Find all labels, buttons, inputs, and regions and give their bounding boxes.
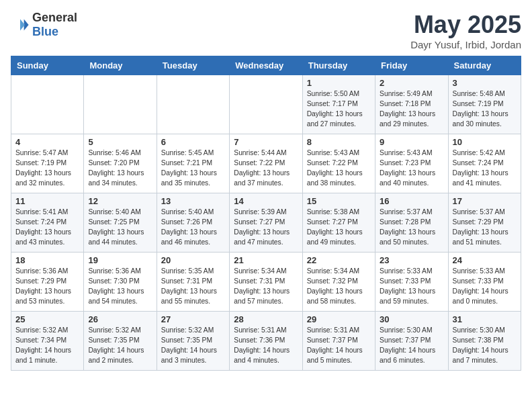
day-number: 3 [453,78,517,88]
day-number: 10 [453,137,517,147]
day-number: 26 [88,314,152,324]
calendar-cell: 15Sunrise: 5:38 AM Sunset: 7:27 PM Dayli… [302,193,375,253]
calendar-cell: 31Sunrise: 5:30 AM Sunset: 7:38 PM Dayli… [448,312,521,371]
day-number: 21 [234,255,298,265]
calendar-cell: 16Sunrise: 5:37 AM Sunset: 7:28 PM Dayli… [375,193,448,253]
calendar-cell: 22Sunrise: 5:34 AM Sunset: 7:32 PM Dayli… [302,253,375,312]
title-block: May 2025 Dayr Yusuf, Irbid, Jordan [410,11,521,50]
calendar-cell [230,75,302,134]
day-number: 28 [234,314,298,324]
day-number: 15 [307,196,371,206]
calendar-cell [11,75,84,134]
day-info: Sunrise: 5:36 AM Sunset: 7:29 PM Dayligh… [15,267,79,307]
day-number: 18 [15,255,79,265]
day-info: Sunrise: 5:32 AM Sunset: 7:34 PM Dayligh… [15,326,79,366]
week-row-3: 11Sunrise: 5:41 AM Sunset: 7:24 PM Dayli… [11,193,521,253]
day-number: 1 [307,78,371,88]
day-info: Sunrise: 5:30 AM Sunset: 7:38 PM Dayligh… [453,326,517,366]
day-info: Sunrise: 5:39 AM Sunset: 7:27 PM Dayligh… [234,208,298,248]
page-header: General Blue May 2025 Dayr Yusuf, Irbid,… [11,11,521,50]
day-info: Sunrise: 5:36 AM Sunset: 7:30 PM Dayligh… [88,267,152,307]
weekday-header-tuesday: Tuesday [157,56,229,75]
day-number: 29 [307,314,371,324]
week-row-4: 18Sunrise: 5:36 AM Sunset: 7:29 PM Dayli… [11,253,521,312]
day-info: Sunrise: 5:33 AM Sunset: 7:33 PM Dayligh… [453,267,517,307]
day-number: 17 [453,196,517,206]
day-info: Sunrise: 5:34 AM Sunset: 7:31 PM Dayligh… [234,267,298,307]
calendar-cell: 10Sunrise: 5:42 AM Sunset: 7:24 PM Dayli… [448,134,521,193]
day-info: Sunrise: 5:50 AM Sunset: 7:17 PM Dayligh… [307,89,371,130]
logo: General Blue [11,11,77,39]
day-info: Sunrise: 5:38 AM Sunset: 7:27 PM Dayligh… [307,208,371,248]
week-row-1: 1Sunrise: 5:50 AM Sunset: 7:17 PM Daylig… [11,75,521,134]
day-info: Sunrise: 5:41 AM Sunset: 7:24 PM Dayligh… [15,208,79,248]
day-info: Sunrise: 5:44 AM Sunset: 7:22 PM Dayligh… [234,148,298,189]
calendar-cell: 26Sunrise: 5:32 AM Sunset: 7:35 PM Dayli… [84,312,157,371]
day-number: 25 [15,314,79,324]
day-info: Sunrise: 5:48 AM Sunset: 7:19 PM Dayligh… [453,89,517,130]
day-number: 9 [380,137,443,147]
day-info: Sunrise: 5:46 AM Sunset: 7:20 PM Dayligh… [88,148,152,189]
calendar-cell: 14Sunrise: 5:39 AM Sunset: 7:27 PM Dayli… [230,193,302,253]
calendar-cell: 1Sunrise: 5:50 AM Sunset: 7:17 PM Daylig… [302,75,375,134]
calendar-cell: 7Sunrise: 5:44 AM Sunset: 7:22 PM Daylig… [230,134,302,193]
calendar-cell: 23Sunrise: 5:33 AM Sunset: 7:33 PM Dayli… [375,253,448,312]
calendar-cell: 4Sunrise: 5:47 AM Sunset: 7:19 PM Daylig… [11,134,84,193]
day-number: 8 [307,137,371,147]
day-info: Sunrise: 5:37 AM Sunset: 7:28 PM Dayligh… [380,208,443,248]
location-text: Dayr Yusuf, Irbid, Jordan [410,39,521,50]
calendar-cell: 19Sunrise: 5:36 AM Sunset: 7:30 PM Dayli… [84,253,157,312]
day-info: Sunrise: 5:49 AM Sunset: 7:18 PM Dayligh… [380,89,443,130]
day-info: Sunrise: 5:37 AM Sunset: 7:29 PM Dayligh… [453,208,517,248]
weekday-header-wednesday: Wednesday [230,56,302,75]
day-number: 12 [88,196,152,206]
week-row-2: 4Sunrise: 5:47 AM Sunset: 7:19 PM Daylig… [11,134,521,193]
calendar-cell: 6Sunrise: 5:45 AM Sunset: 7:21 PM Daylig… [157,134,229,193]
logo-icon [11,15,30,34]
day-info: Sunrise: 5:42 AM Sunset: 7:24 PM Dayligh… [453,148,517,189]
day-number: 24 [453,255,517,265]
calendar-cell: 21Sunrise: 5:34 AM Sunset: 7:31 PM Dayli… [230,253,302,312]
calendar-cell: 9Sunrise: 5:43 AM Sunset: 7:23 PM Daylig… [375,134,448,193]
calendar-cell: 8Sunrise: 5:43 AM Sunset: 7:22 PM Daylig… [302,134,375,193]
day-info: Sunrise: 5:34 AM Sunset: 7:32 PM Dayligh… [307,267,371,307]
day-number: 30 [380,314,443,324]
logo-blue-text: Blue [32,25,58,38]
calendar-cell: 30Sunrise: 5:30 AM Sunset: 7:37 PM Dayli… [375,312,448,371]
day-number: 14 [234,196,298,206]
calendar-cell: 24Sunrise: 5:33 AM Sunset: 7:33 PM Dayli… [448,253,521,312]
calendar-cell: 25Sunrise: 5:32 AM Sunset: 7:34 PM Dayli… [11,312,84,371]
weekday-header-saturday: Saturday [448,56,521,75]
month-title: May 2025 [410,11,521,39]
calendar-cell [84,75,157,134]
weekday-header-thursday: Thursday [302,56,375,75]
day-number: 23 [380,255,443,265]
day-number: 4 [15,137,79,147]
day-number: 7 [234,137,298,147]
day-info: Sunrise: 5:31 AM Sunset: 7:37 PM Dayligh… [307,326,371,366]
day-info: Sunrise: 5:43 AM Sunset: 7:22 PM Dayligh… [307,148,371,189]
weekday-header-sunday: Sunday [11,56,84,75]
day-info: Sunrise: 5:35 AM Sunset: 7:31 PM Dayligh… [161,267,225,307]
day-number: 11 [15,196,79,206]
day-number: 13 [161,196,225,206]
calendar-cell: 13Sunrise: 5:40 AM Sunset: 7:26 PM Dayli… [157,193,229,253]
day-info: Sunrise: 5:33 AM Sunset: 7:33 PM Dayligh… [380,267,443,307]
day-number: 19 [88,255,152,265]
calendar-cell: 12Sunrise: 5:40 AM Sunset: 7:25 PM Dayli… [84,193,157,253]
day-number: 6 [161,137,225,147]
weekday-header-friday: Friday [375,56,448,75]
day-number: 20 [161,255,225,265]
day-info: Sunrise: 5:43 AM Sunset: 7:23 PM Dayligh… [380,148,443,189]
day-number: 5 [88,137,152,147]
logo-general-text: General [32,11,77,24]
calendar-cell: 28Sunrise: 5:31 AM Sunset: 7:36 PM Dayli… [230,312,302,371]
day-info: Sunrise: 5:45 AM Sunset: 7:21 PM Dayligh… [161,148,225,189]
weekday-header-row: SundayMondayTuesdayWednesdayThursdayFrid… [11,56,521,75]
day-number: 16 [380,196,443,206]
calendar-table: SundayMondayTuesdayWednesdayThursdayFrid… [11,56,521,371]
calendar-cell: 20Sunrise: 5:35 AM Sunset: 7:31 PM Dayli… [157,253,229,312]
day-number: 2 [380,78,443,88]
day-info: Sunrise: 5:47 AM Sunset: 7:19 PM Dayligh… [15,148,79,189]
calendar-cell [157,75,229,134]
